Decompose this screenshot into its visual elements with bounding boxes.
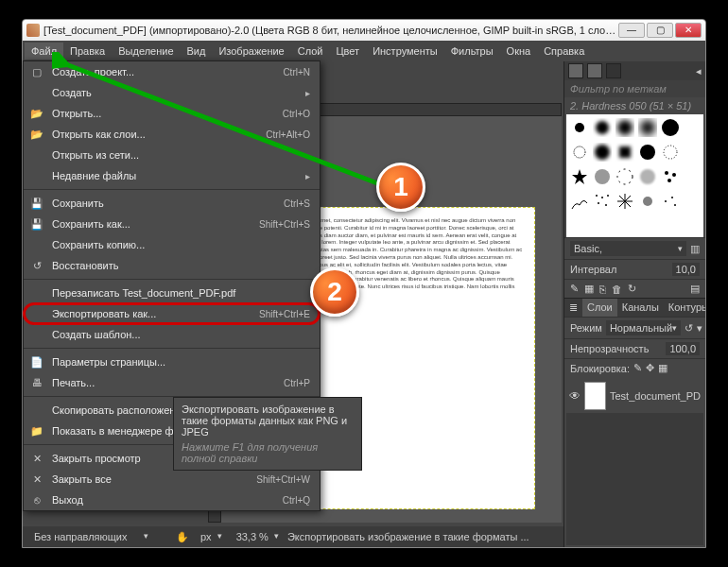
menu-item-icon: ✕	[29, 451, 44, 466]
guides-select[interactable]: Без направляющих	[28, 529, 151, 544]
hand-tool-icon[interactable]: ✋	[176, 531, 189, 543]
dock-menu-icon[interactable]: ◂	[696, 65, 702, 77]
menu-item-label: Выход	[52, 494, 275, 506]
file-menu-item-16[interactable]: 📄Параметры страницы...	[24, 352, 320, 372]
mode-next-icon[interactable]: ▾	[697, 322, 702, 335]
file-menu-item-12[interactable]: Перезаписать Test_document_PDF.pdf	[24, 283, 320, 303]
lock-position-icon[interactable]: ✥	[646, 362, 654, 374]
svg-point-9	[664, 146, 677, 159]
svg-point-20	[598, 202, 599, 204]
menu-item-icon: 📂	[29, 127, 44, 142]
lock-alpha-icon[interactable]: ▦	[658, 362, 667, 374]
svg-point-4	[662, 119, 679, 136]
menu-item-icon	[29, 168, 44, 183]
menu-item-label: Сохранить копию...	[52, 239, 310, 250]
lock-pixels-icon[interactable]: ✎	[633, 362, 642, 374]
svg-point-18	[601, 197, 603, 198]
svg-point-12	[617, 169, 633, 184]
menu-item-shortcut: Shift+Ctrl+E	[259, 309, 310, 319]
menu-item-icon	[29, 327, 44, 342]
brushes-tab-icon[interactable]	[568, 63, 583, 78]
annotation-arrow	[52, 52, 402, 232]
menu-item-icon: 📂	[29, 106, 44, 121]
menu-item-icon	[29, 403, 44, 418]
fonts-tab-icon[interactable]	[606, 63, 621, 78]
file-menu-item-9[interactable]: Сохранить копию...	[24, 234, 320, 255]
layer-list[interactable]: 👁 Test_document_PD	[566, 379, 703, 545]
mode-select[interactable]: Нормальный	[606, 320, 681, 335]
close-button[interactable]: ✕	[675, 23, 702, 38]
tab-layers[interactable]: Слои	[582, 299, 617, 317]
brush-edit-icon[interactable]: ✎	[570, 283, 579, 295]
brush-menu-icon[interactable]: ▤	[690, 283, 700, 295]
svg-point-5	[574, 146, 585, 158]
file-menu-item-23[interactable]: ✕Закрыть всеShift+Ctrl+W	[24, 469, 320, 490]
svg-point-19	[607, 195, 609, 197]
right-dock: ◂ Фильтр по меткам 2. Hardness 050 (51 ×…	[563, 61, 705, 547]
svg-point-3	[640, 120, 655, 135]
menu-item-icon: 📄	[29, 354, 44, 369]
file-menu-item-17[interactable]: 🖶Печать...Ctrl+P	[24, 372, 320, 393]
brush-new-icon[interactable]: ▦	[584, 283, 594, 295]
brush-preset-select[interactable]: Basic,	[570, 241, 686, 256]
menu-item-icon	[29, 285, 44, 301]
tooltip-text: Экспортировать изображение в такие форма…	[182, 404, 354, 438]
menu-item-icon: ▢	[29, 64, 44, 79]
svg-marker-10	[572, 169, 587, 184]
brush-del-icon[interactable]: 🗑	[612, 284, 622, 295]
minimize-button[interactable]: —	[618, 23, 645, 38]
annotation-marker-2: 2	[310, 267, 359, 317]
svg-point-13	[640, 169, 655, 184]
brushes-grid[interactable]	[566, 114, 703, 237]
filter-tags-input[interactable]: Фильтр по меткам	[564, 80, 705, 97]
mode-swap-icon[interactable]: ↺	[685, 322, 693, 335]
svg-point-16	[667, 179, 671, 182]
menu-item-icon: 💾	[29, 216, 44, 232]
menu-item-icon	[29, 306, 44, 321]
menu-item-shortcut: Ctrl+P	[284, 378, 310, 388]
menu-item-icon: ↺	[29, 258, 44, 273]
patterns-tab-icon[interactable]	[587, 63, 602, 78]
menu-item-shortcut: Shift+Ctrl+W	[256, 474, 310, 485]
lock-label: Блокировка:	[570, 363, 630, 374]
svg-point-6	[595, 145, 610, 160]
svg-point-15	[672, 173, 676, 177]
svg-point-0	[575, 123, 584, 132]
layer-dock-tabs: ≣ Слои Каналы Контуры	[564, 298, 705, 317]
menu-item-label: Восстановить	[52, 260, 310, 271]
file-menu-item-13[interactable]: Экспортировать как...Shift+Ctrl+E	[24, 303, 320, 324]
tab-channels[interactable]: Каналы	[617, 299, 664, 317]
svg-point-22	[643, 197, 652, 206]
brush-title: 2. Hardness 050 (51 × 51)	[564, 97, 705, 114]
tab-paths[interactable]: Контуры	[664, 299, 706, 317]
visibility-icon[interactable]: 👁	[569, 389, 581, 403]
app-icon	[26, 24, 40, 37]
maximize-button[interactable]: ▢	[647, 23, 673, 38]
unit-select[interactable]: px	[195, 529, 225, 544]
file-menu-item-14[interactable]: Создать шаблон...	[24, 324, 320, 345]
brush-copy-icon[interactable]: ⎘	[599, 284, 606, 295]
menu-windows[interactable]: Окна	[500, 43, 538, 60]
menu-item-label: Параметры страницы...	[52, 356, 310, 368]
svg-line-26	[63, 63, 392, 189]
layer-name[interactable]: Test_document_PD	[610, 390, 701, 402]
menu-filters[interactable]: Фильтры	[444, 43, 500, 60]
menu-item-icon	[29, 147, 44, 163]
brush-refresh-icon[interactable]: ↻	[628, 283, 636, 295]
brush-dup-icon[interactable]: ▥	[690, 243, 700, 255]
svg-point-8	[640, 145, 655, 160]
opacity-value[interactable]: 100,0	[666, 342, 700, 355]
menu-item-icon	[29, 85, 44, 100]
svg-point-2	[617, 120, 633, 135]
layer-row[interactable]: 👁 Test_document_PD	[566, 379, 703, 413]
svg-point-11	[595, 169, 610, 184]
svg-point-1	[596, 121, 609, 134]
interval-value[interactable]: 10,0	[672, 263, 700, 276]
menu-item-icon: 📁	[29, 423, 44, 438]
menu-item-shortcut: Ctrl+Q	[283, 495, 310, 506]
tab-icon-layers[interactable]: ≣	[564, 299, 582, 317]
zoom-select[interactable]: 33,3 %	[231, 529, 282, 544]
file-menu-item-24[interactable]: ⎋ВыходCtrl+Q	[24, 490, 320, 510]
file-menu-item-10[interactable]: ↺Восстановить	[24, 255, 320, 276]
menu-help[interactable]: Справка	[537, 43, 591, 60]
